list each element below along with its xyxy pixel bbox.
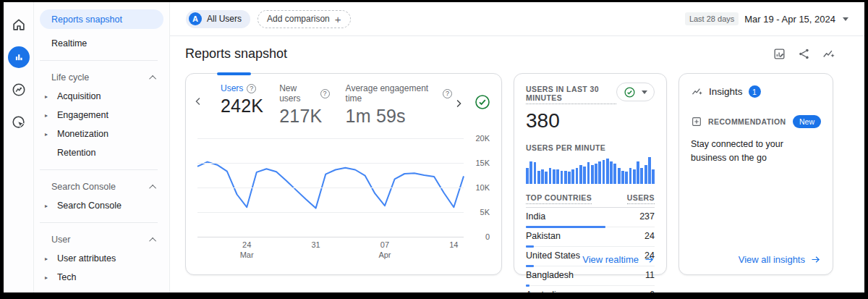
country-row: India237 — [526, 208, 655, 227]
minute-bar[interactable] — [534, 162, 537, 184]
minute-bar[interactable] — [610, 161, 613, 184]
sidebar-section-life-cycle[interactable]: Life cycle — [34, 68, 169, 87]
country-users: 237 — [639, 211, 655, 222]
users-column: USERS — [627, 193, 655, 204]
users-per-minute-bars[interactable] — [526, 157, 655, 184]
country-row: Bangladesh11 — [526, 266, 655, 286]
chevron-right-icon[interactable] — [452, 97, 465, 110]
sidebar-item-retention[interactable]: Retention — [34, 143, 169, 162]
minute-bar[interactable] — [598, 161, 601, 184]
insights-icon[interactable] — [822, 47, 835, 61]
minute-bar[interactable] — [587, 162, 590, 184]
insights-icon — [691, 85, 703, 98]
country-users: 11 — [645, 270, 655, 280]
minute-bar[interactable] — [613, 164, 616, 184]
all-users-chip[interactable]: A All Users — [186, 10, 250, 28]
minute-bar[interactable] — [633, 169, 636, 184]
share-icon[interactable] — [797, 47, 811, 61]
view-realtime-link[interactable]: View realtime — [582, 254, 655, 265]
minute-bar[interactable] — [541, 169, 544, 184]
minute-bar[interactable] — [564, 171, 567, 185]
add-comparison-button[interactable]: Add comparison + — [258, 10, 350, 28]
view-realtime-label: View realtime — [582, 254, 639, 265]
minute-bar[interactable] — [606, 159, 609, 184]
country-name: Pakistan — [526, 231, 561, 241]
metric-value: 1m 59s — [346, 106, 452, 127]
sidebar-section-user[interactable]: User — [34, 230, 169, 249]
minute-bar[interactable] — [583, 167, 586, 184]
minute-bar[interactable] — [537, 171, 540, 185]
minute-bar[interactable] — [568, 172, 571, 184]
view-all-insights-link[interactable]: View all insights — [739, 254, 821, 265]
metrics-row: Users? 242K New users? 217K Average enga… — [186, 74, 501, 127]
sidebar-item-tech[interactable]: ▸Tech — [34, 268, 169, 287]
sidebar-item-label: Reports snapshot — [51, 14, 122, 25]
expand-arrow-icon: ▸ — [41, 93, 51, 100]
minute-bar[interactable] — [556, 169, 559, 184]
minute-bar[interactable] — [625, 172, 628, 184]
top-countries-rows: India237Pakistan24United States24Banglad… — [526, 208, 655, 292]
sidebar-item-acquisition[interactable]: ▸Acquisition — [34, 87, 169, 106]
minute-bar[interactable] — [640, 168, 643, 184]
arrow-right-icon — [644, 254, 655, 265]
insight-body-text[interactable]: Stay connected to your business on the g… — [691, 138, 821, 166]
sidebar-item-label: Engagement — [57, 110, 109, 120]
date-range-picker[interactable]: Last 28 days Mar 19 - Apr 15, 2024 — [685, 12, 848, 25]
y-tick-label: 0 — [485, 232, 490, 241]
data-quality-icon[interactable] — [474, 93, 491, 114]
metric-users[interactable]: Users? 242K — [221, 83, 263, 117]
y-tick-label: 20K — [475, 134, 490, 143]
sidebar-item-search-console[interactable]: ▸Search Console — [34, 196, 169, 215]
minute-bar[interactable] — [561, 171, 563, 185]
help-icon[interactable]: ? — [443, 89, 452, 98]
icon-rail — [4, 2, 34, 292]
minute-bar[interactable] — [637, 161, 639, 184]
sidebar-item-user-attributes[interactable]: ▸User attributes — [34, 249, 169, 268]
advertising-icon[interactable] — [8, 111, 30, 133]
help-icon[interactable]: ? — [320, 89, 330, 98]
minute-bar[interactable] — [652, 169, 655, 184]
minute-bar[interactable] — [549, 168, 552, 184]
country-users: 24 — [644, 231, 655, 241]
recommendation-row[interactable]: RECOMMENDATION New — [691, 115, 821, 128]
sidebar-item-label: Acquisition — [57, 91, 101, 101]
realtime-status-dropdown[interactable] — [616, 83, 655, 101]
home-icon[interactable] — [8, 14, 30, 35]
minute-bar[interactable] — [644, 165, 647, 184]
minute-bar[interactable] — [591, 165, 594, 184]
metric-label: Average engagement time — [346, 83, 439, 104]
minute-bar[interactable] — [579, 165, 582, 184]
minute-bar[interactable] — [595, 164, 597, 184]
analytics-app: Reports snapshot Realtime Life cycle▸Acq… — [4, 2, 864, 292]
minute-bar[interactable] — [526, 168, 529, 184]
sidebar-item-engagement[interactable]: ▸Engagement — [34, 106, 169, 125]
sidebar-item-reports-snapshot[interactable]: Reports snapshot — [40, 9, 163, 29]
users-30min-label: USERS IN LAST 30 MINUTES — [526, 85, 616, 104]
minute-bar[interactable] — [529, 161, 532, 184]
expand-arrow-icon: ▸ — [41, 256, 51, 262]
customize-report-icon[interactable] — [773, 47, 786, 61]
minute-bar[interactable] — [603, 160, 605, 184]
minute-bar[interactable] — [576, 168, 579, 184]
insights-header: Insights 1 — [691, 85, 821, 98]
minute-bar[interactable] — [648, 157, 651, 184]
minute-bar[interactable] — [545, 172, 548, 184]
date-range-text: Mar 19 - Apr 15, 2024 — [744, 14, 835, 25]
minute-bar[interactable] — [571, 169, 574, 184]
minute-bar[interactable] — [618, 168, 621, 184]
sidebar-item-label: Realtime — [51, 38, 87, 49]
help-icon[interactable]: ? — [247, 84, 256, 93]
sidebar-section-search-console[interactable]: Search Console — [34, 177, 169, 196]
users-per-minute-label: USERS PER MINUTE — [526, 143, 655, 152]
chevron-left-icon[interactable] — [192, 95, 205, 108]
sidebar-item-monetization[interactable]: ▸Monetization — [34, 125, 169, 143]
explore-icon[interactable] — [8, 79, 30, 101]
metric-new-users[interactable]: New users? 217K — [279, 83, 329, 127]
minute-bar[interactable] — [553, 169, 556, 184]
sidebar-item-label: Retention — [57, 148, 96, 158]
minute-bar[interactable] — [621, 171, 624, 185]
reports-icon[interactable] — [8, 46, 30, 68]
minute-bar[interactable] — [629, 168, 632, 184]
sidebar-item-realtime[interactable]: Realtime — [34, 33, 169, 53]
metric-avg-engagement-time[interactable]: Average engagement time? 1m 59s — [346, 83, 452, 127]
